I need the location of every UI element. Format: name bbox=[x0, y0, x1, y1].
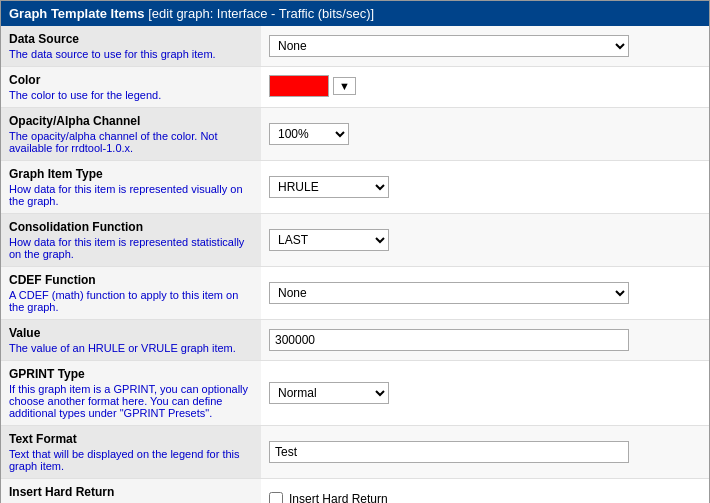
data-source-select[interactable]: None bbox=[269, 35, 629, 57]
label-cdef-desc: A CDEF (math) function to apply to this … bbox=[9, 289, 253, 313]
cdef-select[interactable]: None bbox=[269, 282, 629, 304]
label-opacity: Opacity/Alpha Channel The opacity/alpha … bbox=[1, 108, 261, 161]
row-opacity: Opacity/Alpha Channel The opacity/alpha … bbox=[1, 108, 709, 161]
label-value-title: Value bbox=[9, 326, 253, 340]
consolidation-select[interactable]: LAST AVERAGE MAX MIN bbox=[269, 229, 389, 251]
label-color-desc: The color to use for the legend. bbox=[9, 89, 253, 101]
input-data-source-cell: None bbox=[261, 26, 709, 67]
graph-item-type-select[interactable]: HRULE LINE1 LINE2 AREA GPRINT COMMENT VR… bbox=[269, 176, 389, 198]
input-color-cell: ▼ bbox=[261, 67, 709, 108]
label-gprint-type-desc: If this graph item is a GPRINT, you can … bbox=[9, 383, 253, 419]
row-text-format: Text Format Text that will be displayed … bbox=[1, 426, 709, 479]
input-text-format-cell bbox=[261, 426, 709, 479]
label-consolidation-title: Consolidation Function bbox=[9, 220, 253, 234]
row-data-source: Data Source The data source to use for t… bbox=[1, 26, 709, 67]
label-hard-return: Insert Hard Return Forces the legend to … bbox=[1, 479, 261, 504]
page-header: Graph Template Items [edit graph: Interf… bbox=[1, 1, 709, 26]
main-container: Graph Template Items [edit graph: Interf… bbox=[0, 0, 710, 503]
label-text-format-desc: Text that will be displayed on the legen… bbox=[9, 448, 253, 472]
color-dropdown-arrow[interactable]: ▼ bbox=[333, 77, 356, 95]
opacity-select[interactable]: 100% 90% 80% bbox=[269, 123, 349, 145]
input-value-cell bbox=[261, 320, 709, 361]
row-color: Color The color to use for the legend. ▼ bbox=[1, 67, 709, 108]
label-data-source-title: Data Source bbox=[9, 32, 253, 46]
input-hard-return-cell: Insert Hard Return bbox=[261, 479, 709, 504]
label-value: Value The value of an HRULE or VRULE gra… bbox=[1, 320, 261, 361]
value-input[interactable] bbox=[269, 329, 629, 351]
text-format-input[interactable] bbox=[269, 441, 629, 463]
gprint-type-select[interactable]: Normal Exact Numbers bbox=[269, 382, 389, 404]
color-swatch[interactable] bbox=[269, 75, 329, 97]
checkbox-row: Insert Hard Return bbox=[269, 492, 701, 503]
label-text-format: Text Format Text that will be displayed … bbox=[1, 426, 261, 479]
label-data-source-desc: The data source to use for this graph it… bbox=[9, 48, 253, 60]
row-gprint-type: GPRINT Type If this graph item is a GPRI… bbox=[1, 361, 709, 426]
input-cdef-cell: None bbox=[261, 267, 709, 320]
label-data-source: Data Source The data source to use for t… bbox=[1, 26, 261, 67]
row-value: Value The value of an HRULE or VRULE gra… bbox=[1, 320, 709, 361]
header-title: Graph Template Items bbox=[9, 6, 145, 21]
label-graph-item-type-desc: How data for this item is represented vi… bbox=[9, 183, 253, 207]
row-cdef: CDEF Function A CDEF (math) function to … bbox=[1, 267, 709, 320]
hard-return-label: Insert Hard Return bbox=[289, 492, 388, 503]
label-consolidation-desc: How data for this item is represented st… bbox=[9, 236, 253, 260]
input-opacity-cell: 100% 90% 80% bbox=[261, 108, 709, 161]
form-table: Data Source The data source to use for t… bbox=[1, 26, 709, 503]
label-color: Color The color to use for the legend. bbox=[1, 67, 261, 108]
input-consolidation-cell: LAST AVERAGE MAX MIN bbox=[261, 214, 709, 267]
label-gprint-type-title: GPRINT Type bbox=[9, 367, 253, 381]
label-gprint-type: GPRINT Type If this graph item is a GPRI… bbox=[1, 361, 261, 426]
label-cdef-title: CDEF Function bbox=[9, 273, 253, 287]
input-gprint-type-cell: Normal Exact Numbers bbox=[261, 361, 709, 426]
label-consolidation: Consolidation Function How data for this… bbox=[1, 214, 261, 267]
header-subtitle: [edit graph: Interface - Traffic (bits/s… bbox=[148, 6, 374, 21]
label-color-title: Color bbox=[9, 73, 253, 87]
color-box: ▼ bbox=[269, 75, 356, 97]
label-opacity-desc: The opacity/alpha channel of the color. … bbox=[9, 130, 253, 154]
label-hard-return-title: Insert Hard Return bbox=[9, 485, 253, 499]
row-consolidation: Consolidation Function How data for this… bbox=[1, 214, 709, 267]
label-text-format-title: Text Format bbox=[9, 432, 253, 446]
row-graph-item-type: Graph Item Type How data for this item i… bbox=[1, 161, 709, 214]
label-graph-item-type: Graph Item Type How data for this item i… bbox=[1, 161, 261, 214]
label-cdef: CDEF Function A CDEF (math) function to … bbox=[1, 267, 261, 320]
label-value-desc: The value of an HRULE or VRULE graph ite… bbox=[9, 342, 253, 354]
row-hard-return: Insert Hard Return Forces the legend to … bbox=[1, 479, 709, 504]
hard-return-checkbox[interactable] bbox=[269, 492, 283, 503]
label-graph-item-type-title: Graph Item Type bbox=[9, 167, 253, 181]
input-graph-item-type-cell: HRULE LINE1 LINE2 AREA GPRINT COMMENT VR… bbox=[261, 161, 709, 214]
label-opacity-title: Opacity/Alpha Channel bbox=[9, 114, 253, 128]
